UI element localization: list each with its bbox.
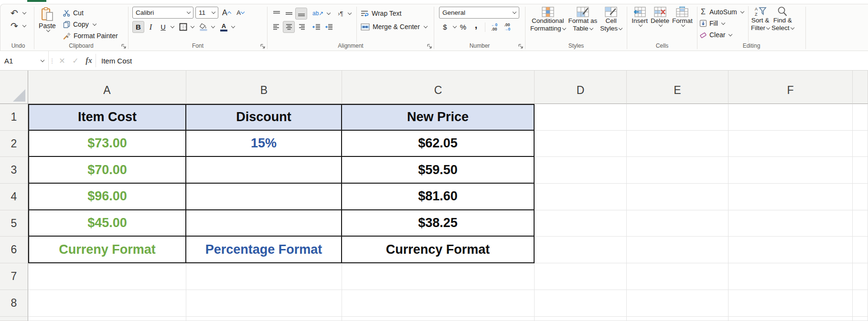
- cell-A2[interactable]: $73.00: [28, 131, 186, 157]
- insert-function-button[interactable]: fx: [82, 51, 96, 70]
- cell-D3[interactable]: [535, 157, 627, 184]
- cell-D7[interactable]: [535, 263, 627, 290]
- number-format-select[interactable]: General: [439, 7, 519, 19]
- cell-D6[interactable]: [535, 237, 627, 263]
- undo-button[interactable]: ↶: [2, 7, 34, 20]
- cell-clipped[interactable]: [853, 131, 868, 157]
- cell-D2[interactable]: [535, 131, 627, 157]
- cell-A7[interactable]: [28, 263, 186, 290]
- cell-F6[interactable]: [729, 237, 853, 263]
- cell-E3[interactable]: [627, 157, 729, 184]
- formula-input[interactable]: Item Cost: [96, 51, 868, 70]
- cell-styles-button[interactable]: Cell Styles: [600, 7, 622, 42]
- redo-button[interactable]: ↷: [2, 20, 34, 32]
- row-header-5[interactable]: 5: [0, 210, 28, 237]
- cell-E6[interactable]: [627, 237, 729, 263]
- find-select-button[interactable]: Find & Select: [772, 6, 794, 42]
- cancel-button[interactable]: ✕: [55, 51, 69, 70]
- cell-A6[interactable]: Curreny Format: [28, 237, 186, 263]
- borders-button[interactable]: [177, 21, 189, 33]
- clear-button[interactable]: Clear: [697, 29, 748, 41]
- align-left-button[interactable]: [270, 21, 282, 33]
- cell-C3[interactable]: $59.50: [342, 157, 535, 184]
- format-cells-button[interactable]: Format: [672, 7, 693, 42]
- chevron-down-icon[interactable]: [453, 24, 457, 28]
- orientation-button[interactable]: ab↗: [311, 8, 325, 20]
- row-header-7[interactable]: 7: [0, 263, 28, 290]
- cell-A1[interactable]: Item Cost: [28, 104, 186, 131]
- cell-E2[interactable]: [627, 131, 729, 157]
- cell-E5[interactable]: [627, 210, 729, 237]
- cell-C4[interactable]: $81.60: [342, 184, 535, 210]
- align-bottom-button[interactable]: [295, 8, 307, 20]
- format-painter-button[interactable]: Format Painter: [61, 30, 128, 41]
- row-header-6[interactable]: 6: [0, 237, 28, 263]
- cell-clipped[interactable]: [729, 317, 853, 321]
- increase-decimal-button[interactable]: ←0.00: [488, 21, 500, 33]
- cell-A5[interactable]: $45.00: [28, 210, 186, 237]
- cell-C8[interactable]: [342, 290, 535, 317]
- cell-A8[interactable]: [28, 290, 186, 317]
- cell-C5[interactable]: $38.25: [342, 210, 535, 237]
- fill-button[interactable]: Fill: [697, 18, 748, 29]
- cell-C6[interactable]: Currency Format: [342, 237, 535, 263]
- paste-button[interactable]: Paste: [34, 6, 60, 42]
- accounting-format-button[interactable]: $: [439, 21, 451, 33]
- row-header-clipped[interactable]: [0, 317, 28, 321]
- alignment-dialog-launcher[interactable]: [427, 43, 432, 49]
- column-header-E[interactable]: E: [627, 71, 729, 104]
- cell-B1[interactable]: Discount: [186, 104, 342, 131]
- insert-cells-button[interactable]: Insert: [632, 7, 648, 42]
- cell-E7[interactable]: [627, 263, 729, 290]
- cell-F3[interactable]: [729, 157, 853, 184]
- cell-clipped[interactable]: [853, 290, 868, 317]
- name-box[interactable]: A1: [0, 51, 49, 70]
- row-header-8[interactable]: 8: [0, 290, 28, 317]
- font-dialog-launcher[interactable]: [260, 43, 266, 49]
- chevron-down-icon[interactable]: [211, 24, 215, 28]
- cell-D4[interactable]: [535, 184, 627, 210]
- row-header-1[interactable]: 1: [0, 104, 28, 131]
- align-middle-button[interactable]: [283, 8, 295, 20]
- cell-clipped[interactable]: [853, 157, 868, 184]
- underline-button[interactable]: U: [157, 21, 169, 33]
- cell-clipped[interactable]: [535, 317, 627, 321]
- chevron-down-icon[interactable]: [191, 24, 194, 28]
- enter-button[interactable]: ✓: [69, 51, 82, 70]
- cell-A3[interactable]: $70.00: [28, 157, 186, 184]
- cell-F7[interactable]: [729, 263, 853, 290]
- select-all-corner[interactable]: [0, 71, 28, 104]
- chevron-down-icon[interactable]: [348, 10, 352, 14]
- number-dialog-launcher[interactable]: [518, 43, 524, 49]
- increase-font-size-button[interactable]: A: [220, 7, 233, 19]
- cell-E4[interactable]: [627, 184, 729, 210]
- cell-D5[interactable]: [535, 210, 627, 237]
- bold-button[interactable]: B: [132, 21, 144, 33]
- cell-clipped[interactable]: [853, 184, 868, 210]
- column-header-C[interactable]: C: [342, 71, 535, 104]
- cell-E1[interactable]: [627, 104, 729, 131]
- decrease-decimal-button[interactable]: .00→0: [501, 21, 513, 33]
- copy-button[interactable]: Copy: [61, 19, 128, 30]
- conditional-formatting-button[interactable]: Conditional Formatting: [530, 7, 566, 42]
- row-header-2[interactable]: 2: [0, 131, 28, 157]
- align-center-button[interactable]: [283, 21, 295, 33]
- chevron-down-icon[interactable]: [171, 24, 174, 28]
- cell-E8[interactable]: [627, 290, 729, 317]
- cut-button[interactable]: Cut: [61, 7, 128, 19]
- cell-clipped[interactable]: [342, 317, 535, 321]
- decrease-indent-button[interactable]: [311, 21, 322, 33]
- percent-style-button[interactable]: %: [457, 21, 469, 33]
- font-color-button[interactable]: A: [218, 21, 230, 33]
- delete-cells-button[interactable]: Delete: [651, 7, 669, 42]
- increase-indent-button[interactable]: [323, 21, 335, 33]
- cell-F4[interactable]: [729, 184, 853, 210]
- font-size-select[interactable]: 11: [195, 7, 218, 19]
- clipboard-dialog-launcher[interactable]: [121, 43, 127, 49]
- cell-clipped[interactable]: [28, 317, 186, 321]
- cell-clipped[interactable]: [853, 317, 868, 321]
- cell-B5[interactable]: [186, 210, 342, 237]
- decrease-font-size-button[interactable]: A: [235, 7, 246, 19]
- row-header-4[interactable]: 4: [0, 184, 28, 210]
- align-right-button[interactable]: [295, 21, 307, 33]
